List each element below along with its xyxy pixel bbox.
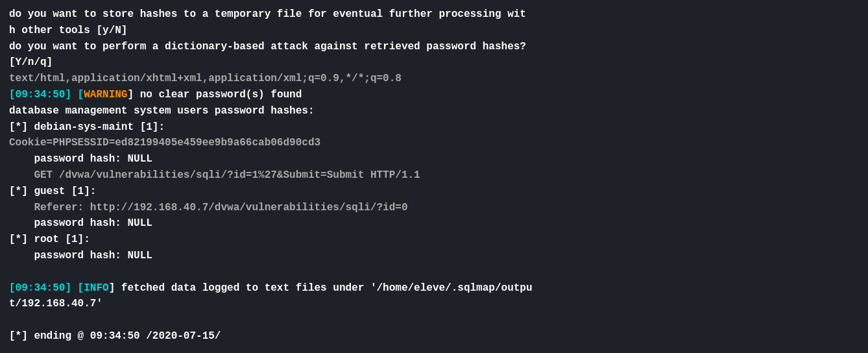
terminal-line: t/192.168.40.7'	[9, 296, 859, 312]
terminal-line: [09:34:50] [WARNING] no clear password(s…	[9, 87, 859, 103]
terminal-line: database management system users passwor…	[9, 103, 859, 119]
terminal-line	[9, 312, 859, 328]
terminal-line: password hash: NULL	[9, 248, 859, 264]
terminal-text: database management system users passwor…	[9, 105, 314, 117]
terminal-text: Cookie=PHPSESSID=ed82199405e459ee9b9a66c…	[9, 137, 320, 149]
terminal-line	[9, 264, 859, 280]
terminal-line: do you want to perform a dictionary-base…	[9, 39, 859, 55]
terminal-window: do you want to store hashes to a tempora…	[9, 6, 859, 353]
terminal-text: WARNING	[84, 89, 127, 101]
terminal-line: Referer: http://192.168.40.7/dvwa/vulner…	[9, 200, 859, 216]
terminal-line: password hash: NULL	[9, 215, 859, 232]
terminal-text: password hash: NULL	[9, 250, 152, 262]
terminal-text: ] fetched data logged to text files unde…	[109, 282, 533, 294]
terminal-text: INFO	[84, 282, 108, 294]
terminal-text: [*] ending @ 09:34:50 /2020-07-15/	[9, 330, 221, 342]
terminal-text: [*] root [1]:	[9, 234, 90, 245]
terminal-text: h other tools [y/N]	[9, 25, 127, 36]
terminal-text: [*] debian-sys-maint [1]:	[9, 121, 165, 133]
terminal-text: t/192.168.40.7'	[9, 298, 102, 310]
terminal-line: do you want to store hashes to a tempora…	[9, 6, 859, 23]
terminal-text: do you want to store hashes to a tempora…	[9, 8, 526, 20]
terminal-text: Referer: http://192.168.40.7/dvwa/vulner…	[9, 202, 408, 213]
terminal-line: h other tools [y/N]	[9, 23, 859, 39]
terminal-text: text/html,application/xhtml+xml,applicat…	[9, 73, 402, 84]
terminal-text: GET /dvwa/vulnerabilities/sqli/?id=1%27&…	[9, 169, 420, 181]
terminal-text: ] no clear password(s) found	[127, 89, 302, 101]
terminal-line: [*] debian-sys-maint [1]:	[9, 119, 859, 136]
terminal-line: password hash: NULL	[9, 151, 859, 167]
terminal-line: GET /dvwa/vulnerabilities/sqli/?id=1%27&…	[9, 167, 859, 184]
terminal-text: do you want to perform a dictionary-base…	[9, 41, 526, 53]
terminal-line: Cookie=PHPSESSID=ed82199405e459ee9b9a66c…	[9, 135, 859, 151]
terminal-text: [*] guest [1]:	[9, 186, 96, 197]
terminal-text: [09:34:50] [	[9, 89, 84, 101]
terminal-text: [Y/n/q]	[9, 56, 53, 68]
terminal-line: [*] root [1]:	[9, 232, 859, 248]
terminal-text: password hash: NULL	[9, 153, 152, 165]
terminal-text: [09:34:50] [	[9, 282, 84, 294]
terminal-line: text/html,application/xhtml+xml,applicat…	[9, 71, 859, 87]
terminal-line: [Y/n/q]	[9, 55, 859, 71]
terminal-line: [09:34:50] [INFO] fetched data logged to…	[9, 280, 859, 297]
terminal-line: [*] ending @ 09:34:50 /2020-07-15/	[9, 328, 859, 345]
terminal-line: [*] guest [1]:	[9, 184, 859, 200]
terminal-text: password hash: NULL	[9, 217, 152, 229]
